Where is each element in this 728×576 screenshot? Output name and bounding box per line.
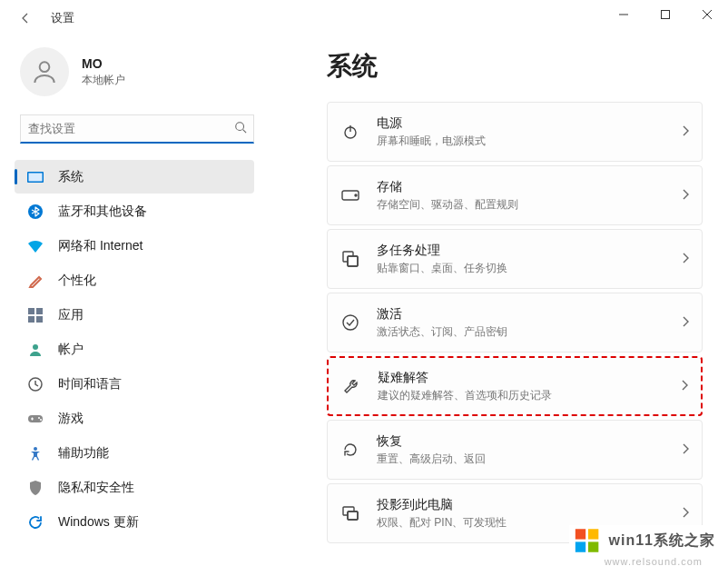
back-button[interactable]	[16, 9, 34, 27]
sidebar-item-label: 帐户	[58, 342, 84, 358]
project-icon	[340, 503, 360, 523]
gaming-icon	[27, 411, 44, 427]
sidebar-item-personal[interactable]: 个性化	[15, 263, 254, 297]
chevron-right-icon	[682, 124, 689, 140]
search-input[interactable]	[20, 114, 254, 144]
search-wrapper	[20, 114, 254, 144]
sidebar-item-time[interactable]: 时间和语言	[15, 367, 254, 401]
chevron-right-icon	[681, 378, 688, 394]
card-subtitle: 贴靠窗口、桌面、任务切换	[377, 261, 682, 276]
sidebar-item-system[interactable]: 系统	[15, 160, 254, 194]
content-area: 系统 电源屏幕和睡眠，电源模式存储存储空间、驱动器、配置规则多任务处理贴靠窗口、…	[272, 36, 728, 576]
card-title: 恢复	[377, 433, 682, 450]
watermark-text-1: www.relsound.com	[605, 556, 703, 567]
svg-rect-12	[28, 316, 34, 323]
avatar	[20, 47, 69, 96]
svg-point-18	[40, 419, 42, 421]
power-icon	[340, 122, 360, 142]
personal-icon	[27, 273, 44, 289]
svg-rect-10	[28, 308, 34, 314]
svg-point-4	[40, 62, 50, 72]
settings-card-recovery[interactable]: 恢复重置、高级启动、返回	[327, 420, 703, 480]
sidebar-item-gaming[interactable]: 游戏	[15, 402, 254, 435]
settings-card-storage[interactable]: 存储存储空间、驱动器、配置规则	[327, 165, 703, 225]
svg-point-27	[343, 315, 358, 330]
sidebar-item-label: 隐私和安全性	[58, 480, 134, 496]
card-text: 疑难解答建议的疑难解答、首选项和历史记录	[378, 370, 681, 403]
svg-rect-34	[588, 541, 598, 551]
app-title: 设置	[51, 10, 74, 26]
sidebar-item-label: 辅助功能	[58, 445, 109, 462]
watermark-logo: win11系统之家	[569, 525, 715, 556]
close-icon	[703, 10, 712, 19]
svg-rect-31	[575, 529, 585, 539]
card-title: 疑难解答	[378, 370, 681, 386]
card-text: 电源屏幕和睡眠，电源模式	[377, 115, 682, 149]
recovery-icon	[340, 440, 360, 460]
settings-card-multitask[interactable]: 多任务处理贴靠窗口、桌面、任务切换	[327, 229, 703, 289]
card-title: 电源	[377, 115, 682, 132]
chevron-right-icon	[682, 505, 689, 521]
card-list: 电源屏幕和睡眠，电源模式存储存储空间、驱动器、配置规则多任务处理贴靠窗口、桌面、…	[327, 102, 703, 543]
close-button[interactable]	[686, 0, 728, 29]
nav-list: 系统蓝牙和其他设备网络和 Internet个性化应用帐户时间和语言游戏辅助功能隐…	[15, 160, 272, 539]
storage-icon	[340, 185, 360, 205]
card-title: 多任务处理	[377, 243, 682, 259]
apps-icon	[27, 307, 44, 323]
sidebar-item-accounts[interactable]: 帐户	[15, 333, 254, 366]
settings-card-power[interactable]: 电源屏幕和睡眠，电源模式	[327, 102, 703, 162]
system-icon	[27, 169, 44, 185]
person-icon	[30, 57, 59, 86]
svg-rect-11	[36, 308, 43, 314]
sidebar-item-privacy[interactable]: 隐私和安全性	[15, 471, 254, 504]
sidebar-item-label: 蓝牙和其他设备	[58, 204, 147, 220]
activation-icon	[340, 313, 360, 333]
minimize-icon	[619, 10, 628, 19]
card-title: 激活	[377, 306, 682, 323]
multitask-icon	[340, 249, 360, 269]
back-arrow-icon	[18, 11, 33, 25]
chevron-right-icon	[682, 442, 689, 458]
bluetooth-icon	[27, 204, 44, 220]
svg-rect-25	[348, 256, 358, 266]
sidebar-item-update[interactable]: Windows 更新	[15, 505, 254, 539]
settings-card-activation[interactable]: 激活激活状态、订阅、产品密钥	[327, 293, 703, 353]
accessibility-icon	[27, 445, 44, 462]
page-title: 系统	[327, 49, 703, 84]
sidebar-item-bluetooth[interactable]: 蓝牙和其他设备	[15, 194, 254, 228]
sidebar-item-label: 个性化	[58, 273, 96, 289]
svg-rect-8	[29, 173, 43, 181]
sidebar-item-label: 网络和 Internet	[58, 238, 143, 254]
card-subtitle: 激活状态、订阅、产品密钥	[377, 324, 682, 340]
profile-section[interactable]: MO 本地帐户	[15, 47, 272, 96]
svg-rect-16	[28, 415, 43, 422]
sidebar-item-network[interactable]: 网络和 Internet	[15, 229, 254, 263]
watermark-text-2: win11系统之家	[609, 531, 715, 551]
chevron-right-icon	[682, 251, 689, 267]
sidebar-item-apps[interactable]: 应用	[15, 298, 254, 332]
card-text: 恢复重置、高级启动、返回	[377, 433, 682, 467]
card-subtitle: 建议的疑难解答、首选项和历史记录	[378, 388, 681, 403]
network-icon	[27, 238, 44, 254]
update-icon	[27, 514, 44, 531]
card-subtitle: 重置、高级启动、返回	[377, 452, 682, 467]
maximize-icon	[661, 10, 670, 19]
sidebar-item-label: 时间和语言	[58, 376, 122, 392]
win-logo-icon	[573, 525, 604, 556]
sidebar-item-accessibility[interactable]: 辅助功能	[15, 436, 254, 470]
svg-rect-1	[662, 11, 670, 19]
settings-card-troubleshoot[interactable]: 疑难解答建议的疑难解答、首选项和历史记录	[327, 356, 703, 416]
profile-sub: 本地帐户	[82, 73, 125, 88]
minimize-button[interactable]	[603, 0, 644, 29]
profile-name: MO	[82, 56, 125, 71]
card-title: 投影到此电脑	[377, 497, 682, 513]
svg-rect-33	[575, 541, 585, 551]
svg-rect-13	[36, 316, 43, 323]
maximize-button[interactable]	[644, 0, 686, 29]
time-icon	[27, 376, 44, 392]
card-title: 存储	[377, 179, 682, 195]
sidebar-item-label: Windows 更新	[58, 514, 139, 531]
svg-rect-32	[588, 529, 598, 539]
svg-rect-29	[348, 511, 358, 520]
svg-point-23	[355, 194, 357, 196]
